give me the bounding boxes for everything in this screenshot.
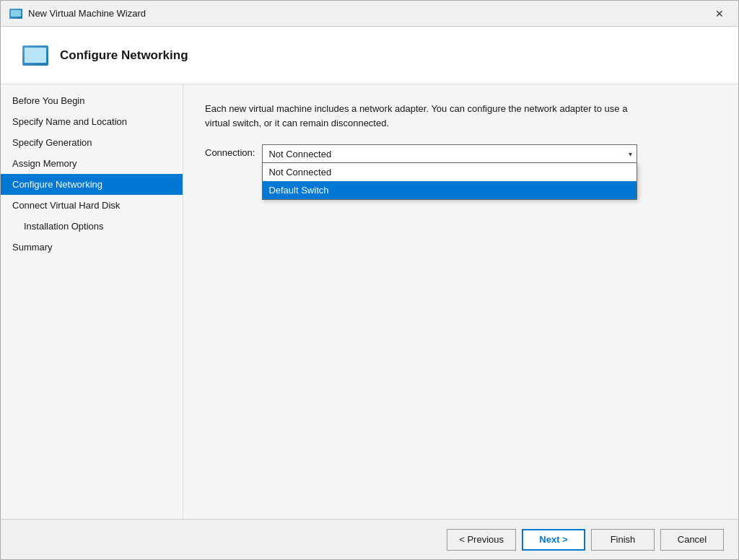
- finish-button[interactable]: Finish: [591, 529, 655, 551]
- connection-dropdown[interactable]: Not Connected ▾: [262, 144, 637, 163]
- window-title: New Virtual Machine Wizard: [28, 8, 709, 19]
- dropdown-option-not-connected[interactable]: Not Connected: [263, 163, 637, 181]
- sidebar: Before You Begin Specify Name and Locati…: [1, 84, 183, 519]
- page-title: Configure Networking: [60, 48, 188, 63]
- dropdown-selected-text: Not Connected: [268, 149, 331, 159]
- previous-button[interactable]: < Previous: [447, 529, 516, 551]
- sidebar-item-configure-networking[interactable]: Configure Networking: [1, 174, 183, 195]
- connection-dropdown-container: Not Connected ▾ Not Connected Default Sw…: [262, 144, 637, 163]
- chevron-down-icon: ▾: [629, 150, 632, 158]
- title-bar: New Virtual Machine Wizard ✕: [1, 1, 738, 27]
- main-window: New Virtual Machine Wizard ✕ Configure N…: [0, 0, 739, 560]
- dropdown-option-default-switch[interactable]: Default Switch: [263, 181, 637, 199]
- sidebar-item-before-you-begin[interactable]: Before You Begin: [1, 90, 183, 111]
- sidebar-item-specify-name[interactable]: Specify Name and Location: [1, 111, 183, 132]
- sidebar-item-specify-generation[interactable]: Specify Generation: [1, 132, 183, 153]
- sidebar-item-assign-memory[interactable]: Assign Memory: [1, 153, 183, 174]
- dropdown-list: Not Connected Default Switch: [262, 163, 637, 200]
- connection-row: Connection: Not Connected ▾ Not Connecte…: [205, 144, 717, 163]
- sidebar-item-connect-virtual-hard-disk[interactable]: Connect Virtual Hard Disk: [1, 195, 183, 216]
- footer: < Previous Next > Finish Cancel: [1, 519, 738, 559]
- window-icon: [9, 9, 22, 19]
- main-content: Each new virtual machine includes a netw…: [183, 84, 738, 519]
- content-area: Before You Begin Specify Name and Locati…: [1, 84, 738, 519]
- cancel-button[interactable]: Cancel: [660, 529, 724, 551]
- close-button[interactable]: ✕: [709, 5, 730, 22]
- description-text: Each new virtual machine includes a netw…: [205, 102, 638, 130]
- header-icon: [22, 45, 48, 66]
- next-button[interactable]: Next >: [522, 529, 585, 551]
- connection-label: Connection:: [205, 144, 255, 158]
- sidebar-item-summary[interactable]: Summary: [1, 237, 183, 258]
- header: Configure Networking: [1, 27, 738, 84]
- sidebar-item-installation-options[interactable]: Installation Options: [1, 216, 183, 237]
